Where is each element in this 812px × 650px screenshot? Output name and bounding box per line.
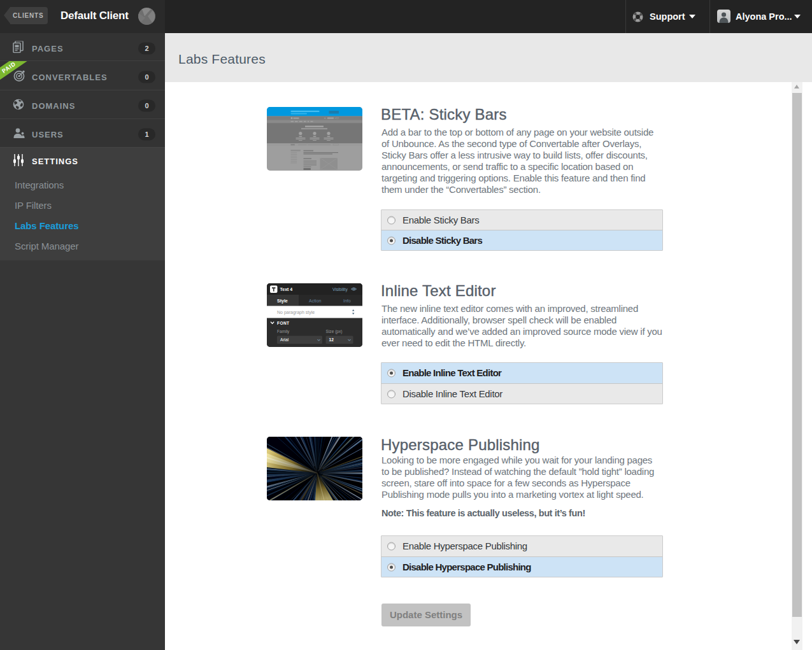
svg-text:Arial: Arial [280, 337, 289, 342]
svg-text:No paragraph style: No paragraph style [277, 310, 315, 315]
svg-text:Style: Style [277, 299, 288, 304]
svg-text:Action: Action [309, 299, 322, 303]
svg-text:Visibility: Visibility [332, 287, 348, 292]
svg-text:Text 4: Text 4 [280, 287, 293, 292]
svg-text:Family: Family [277, 329, 290, 334]
svg-text:12: 12 [329, 337, 334, 342]
svg-text:Size (px): Size (px) [326, 329, 343, 334]
svg-text:Info: Info [343, 299, 351, 303]
svg-text:FONT: FONT [277, 321, 290, 325]
